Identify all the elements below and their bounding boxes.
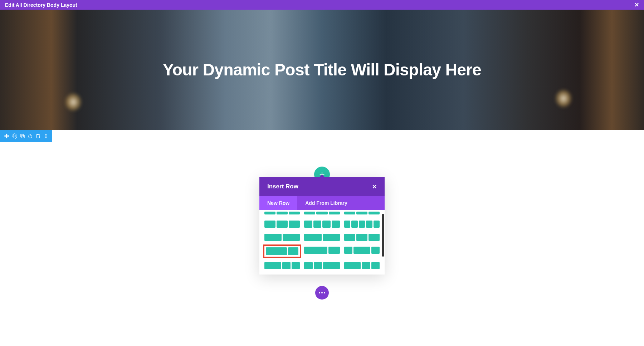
- layout-column: [316, 212, 327, 214]
- layout-column: [353, 247, 370, 254]
- row-layout-option[interactable]: [263, 244, 301, 258]
- modal-tabs: New RowAdd From Library: [259, 196, 385, 210]
- layout-column: [304, 212, 315, 214]
- layout-column: [371, 247, 380, 254]
- row-layout-option[interactable]: [303, 233, 340, 242]
- dot-icon: [321, 292, 323, 293]
- layout-column: [323, 262, 340, 269]
- svg-point-5: [45, 135, 46, 136]
- layout-column: [344, 247, 352, 254]
- layout-column: [356, 212, 367, 214]
- layout-column: [329, 212, 340, 214]
- trash-icon[interactable]: [35, 133, 41, 139]
- layout-column: [264, 234, 282, 241]
- canvas-area: + Insert Row ✕ New RowAdd From Library: [0, 142, 644, 307]
- gear-icon[interactable]: [11, 133, 17, 139]
- section-toolbar: [0, 130, 52, 142]
- layout-column: [322, 221, 331, 228]
- layout-column: [366, 221, 372, 228]
- row-layout-option[interactable]: [303, 212, 340, 215]
- layout-column: [304, 262, 312, 269]
- layout-column: [371, 262, 380, 269]
- page-title: Edit All Directory Body Layout: [5, 2, 77, 8]
- row-layout-option[interactable]: [343, 246, 380, 254]
- row-layout-option[interactable]: [264, 212, 301, 215]
- layout-column: [369, 212, 380, 214]
- row-layout-option[interactable]: [264, 220, 301, 228]
- layout-column: [313, 221, 322, 228]
- more-icon[interactable]: [43, 133, 49, 139]
- layout-column: [264, 262, 281, 269]
- modal-header: Insert Row ✕: [259, 177, 385, 196]
- layout-column: [359, 221, 365, 228]
- layout-column: [369, 234, 380, 241]
- layout-column: [344, 212, 355, 214]
- layout-column: [304, 247, 327, 254]
- layout-column: [314, 262, 322, 269]
- modal-body: [259, 210, 385, 275]
- row-layout-option[interactable]: [264, 261, 301, 270]
- layout-column: [266, 247, 287, 255]
- layout-column: [328, 247, 340, 254]
- layout-column: [351, 221, 357, 228]
- modal-title: Insert Row: [267, 183, 298, 190]
- row-layout-option[interactable]: [343, 220, 380, 228]
- layout-column: [283, 234, 300, 241]
- close-icon[interactable]: ✕: [372, 183, 377, 190]
- row-layout-option[interactable]: [303, 261, 340, 270]
- layout-column: [344, 234, 355, 241]
- top-bar: Edit All Directory Body Layout ✕: [0, 0, 644, 10]
- dot-icon: [319, 292, 320, 293]
- layout-column: [374, 221, 380, 228]
- layout-column: [277, 221, 288, 228]
- close-icon[interactable]: ✕: [634, 1, 639, 8]
- tab-add-from-library[interactable]: Add From Library: [297, 196, 355, 210]
- hero-section: Your Dynamic Post Title Will Display Her…: [0, 10, 644, 130]
- insert-row-modal: Insert Row ✕ New RowAdd From Library: [259, 177, 385, 275]
- row-layout-option[interactable]: [303, 246, 340, 254]
- layout-column: [356, 234, 367, 241]
- dot-icon: [324, 292, 325, 293]
- layout-column: [288, 247, 298, 255]
- layout-column: [344, 221, 350, 228]
- svg-rect-0: [20, 134, 23, 137]
- layout-column: [362, 262, 370, 269]
- move-icon[interactable]: [4, 133, 9, 139]
- layout-column: [292, 262, 300, 269]
- layout-column: [323, 234, 340, 241]
- layout-column: [304, 234, 321, 241]
- layout-column: [332, 221, 340, 228]
- duplicate-icon[interactable]: [19, 133, 25, 139]
- layout-column: [304, 221, 312, 228]
- layout-column: [264, 212, 275, 214]
- row-layout-option[interactable]: [264, 233, 301, 242]
- row-layout-option[interactable]: [343, 212, 380, 215]
- layout-column: [289, 212, 300, 214]
- hero-title: Your Dynamic Post Title Will Display Her…: [163, 60, 481, 79]
- svg-point-6: [45, 137, 46, 138]
- layout-column: [344, 262, 361, 269]
- svg-point-4: [45, 134, 46, 135]
- layout-column: [282, 262, 291, 269]
- tab-new-row[interactable]: New Row: [259, 196, 297, 210]
- svg-rect-1: [21, 135, 24, 138]
- more-actions-button[interactable]: [315, 286, 329, 300]
- power-icon[interactable]: [27, 133, 33, 139]
- layout-column: [264, 221, 275, 228]
- layout-column: [289, 221, 300, 228]
- row-layout-option[interactable]: [303, 220, 340, 228]
- row-layout-option[interactable]: [343, 261, 380, 270]
- row-layout-option[interactable]: [343, 233, 380, 242]
- layout-column: [277, 212, 288, 214]
